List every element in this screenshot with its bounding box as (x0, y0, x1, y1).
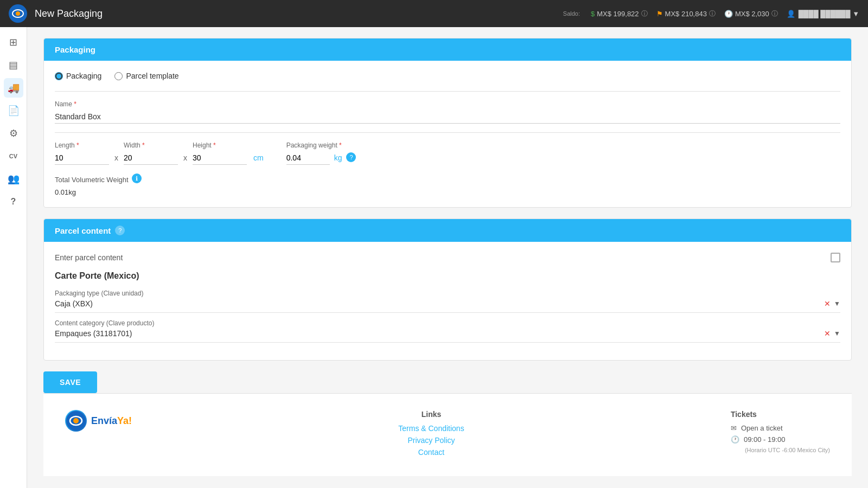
width-label: Width (124, 142, 178, 149)
footer-links-title: Links (164, 410, 698, 419)
balance-info-2: ⓘ (709, 9, 716, 18)
page-title: New Packaging (35, 8, 563, 20)
footer-terms-link[interactable]: Terms & Conditions (164, 424, 698, 433)
balance-item-3: 🕐 MX$ 2,030 ⓘ (724, 9, 778, 18)
dim-sep-1: x (109, 153, 124, 165)
footer-links-section: Links Terms & Conditions Privacy Policy … (164, 410, 698, 460)
sidebar-item-home[interactable]: ⊞ (4, 33, 23, 52)
radio-packaging-text: Packaging (66, 72, 101, 80)
footer-tickets-title: Tickets (731, 410, 830, 419)
height-label: Height (193, 142, 247, 149)
pkg-type-clear-icon[interactable]: ✕ (824, 299, 831, 308)
parcel-panel-body: Enter parcel content Carte Porte (Mexico… (44, 242, 851, 360)
app-container: New Packaging Saldo: $ MX$ 199,822 ⓘ ⚑ M… (0, 0, 868, 488)
weight-row: kg ? (286, 151, 356, 165)
parcel-panel: Parcel content ? Enter parcel content Ca… (43, 219, 852, 361)
parcel-panel-title: Parcel content (55, 226, 111, 235)
balance-info-1: ⓘ (641, 9, 648, 18)
packaging-panel-body: Packaging Parcel template Name (44, 61, 851, 207)
length-field: Length (55, 142, 109, 165)
packaging-type-field: Packaging type (Clave unidad) Caja (XBX)… (55, 290, 840, 313)
content-cat-controls: ✕ ▼ (824, 329, 840, 338)
svg-point-5 (73, 418, 79, 423)
weight-input[interactable] (286, 151, 330, 165)
footer: EnvíaYa! Links Terms & Conditions Privac… (43, 393, 852, 476)
user-menu[interactable]: 👤 ████ ██████ ▼ (787, 10, 859, 18)
packaging-panel-title: Packaging (55, 45, 95, 54)
footer-brand-ya: Ya! (117, 415, 132, 426)
balance-icon-3: 🕐 (724, 10, 733, 18)
sidebar-item-team[interactable]: 👥 (4, 169, 23, 189)
balance-info-3: ⓘ (771, 9, 778, 18)
user-avatar-icon: 👤 (787, 10, 795, 18)
packaging-panel-header: Packaging (44, 38, 851, 61)
main-layout: ⊞ ▤ 🚚 📄 ⚙ CV 👥 ? Packaging (0, 27, 868, 488)
sidebar-item-settings[interactable]: ⚙ (4, 124, 23, 143)
height-input[interactable] (193, 151, 247, 165)
dim-sep-2: x (178, 153, 193, 165)
balance-label: Saldo: (563, 10, 580, 17)
volumetric-value: 0.01kg (55, 188, 840, 196)
enter-parcel-label: Enter parcel content (55, 253, 123, 262)
radio-packaging-label[interactable]: Packaging (55, 72, 101, 80)
content-cat-clear-icon[interactable]: ✕ (824, 329, 831, 338)
balance-value-1: MX$ 199,822 (597, 10, 639, 18)
balance-icon-2: ⚑ (656, 10, 663, 18)
divider-1 (55, 91, 840, 92)
name-input[interactable] (55, 110, 840, 124)
volumetric-row: Total Volumetric Weight ℹ (55, 174, 840, 186)
parcel-help-icon[interactable]: ? (115, 226, 125, 235)
content-cat-value: Empaques (31181701) (55, 329, 132, 338)
length-input[interactable] (55, 151, 109, 165)
name-label: Name (55, 100, 840, 108)
length-label: Length (55, 142, 109, 149)
footer-hours: 🕐 09:00 - 19:00 (731, 435, 830, 444)
footer-contact-link[interactable]: Contact (164, 448, 698, 457)
enter-parcel-checkbox[interactable] (831, 253, 840, 262)
footer-timezone: (Horario UTC -6:00 Mexico City) (745, 447, 830, 453)
divider-2 (55, 132, 840, 133)
volumetric-help-icon[interactable]: ℹ (132, 174, 142, 183)
balance-item-1: $ MX$ 199,822 ⓘ (591, 9, 648, 18)
pkg-type-label: Packaging type (Clave unidad) (55, 290, 840, 297)
pkg-type-row: Caja (XBX) ✕ ▼ (55, 299, 840, 313)
sidebar-item-docs[interactable]: 📄 (4, 101, 23, 120)
weight-label: Packaging weight (286, 142, 356, 149)
content-area: Packaging Packaging Parcel template (27, 27, 868, 488)
pkg-type-chevron-icon[interactable]: ▼ (834, 300, 840, 307)
weight-help-icon[interactable]: ? (346, 152, 356, 162)
packaging-type-group: Packaging Parcel template (55, 72, 840, 80)
save-button[interactable]: SAVE (43, 371, 97, 393)
sidebar-item-cv[interactable]: CV (4, 146, 23, 166)
weight-field: Packaging weight kg ? (286, 142, 356, 165)
header: New Packaging Saldo: $ MX$ 199,822 ⓘ ⚑ M… (0, 0, 868, 27)
content-cat-row: Empaques (31181701) ✕ ▼ (55, 329, 840, 343)
carte-porte-title: Carte Porte (Mexico) (55, 271, 840, 281)
open-ticket-label[interactable]: Open a ticket (741, 424, 783, 432)
width-field: Width (124, 142, 178, 165)
footer-tickets-section: Tickets ✉ Open a ticket 🕐 09:00 - 19:00 … (731, 410, 830, 453)
balance-value-3: MX$ 2,030 (735, 10, 769, 18)
parcel-panel-header: Parcel content ? (44, 219, 851, 242)
sidebar: ⊞ ▤ 🚚 📄 ⚙ CV 👥 ? (0, 27, 27, 488)
footer-logo-icon (65, 410, 87, 432)
sidebar-item-help[interactable]: ? (4, 192, 23, 211)
volumetric-label: Total Volumetric Weight (55, 176, 129, 184)
radio-packaging[interactable] (55, 72, 63, 80)
radio-parcel[interactable] (114, 72, 123, 80)
header-right: Saldo: $ MX$ 199,822 ⓘ ⚑ MX$ 210,843 ⓘ 🕐… (563, 9, 859, 18)
footer-privacy-link[interactable]: Privacy Policy (164, 436, 698, 445)
sidebar-item-packaging[interactable]: 🚚 (4, 78, 23, 98)
content-cat-field: Content category (Clave producto) Empaqu… (55, 319, 840, 343)
unit-label[interactable]: cm (247, 153, 270, 165)
clock-icon: 🕐 (731, 435, 739, 444)
content-cat-chevron-icon[interactable]: ▼ (834, 330, 840, 337)
enter-parcel-row: Enter parcel content (55, 253, 840, 262)
sidebar-item-orders[interactable]: ▤ (4, 55, 23, 75)
pkg-type-value: Caja (XBX) (55, 299, 93, 308)
user-name: ████ ██████ ▼ (799, 10, 859, 18)
radio-parcel-label[interactable]: Parcel template (114, 72, 178, 80)
width-input[interactable] (124, 151, 178, 165)
weight-unit-label[interactable]: kg (334, 153, 342, 165)
dimensions-row: Length x Width x Height cm (55, 142, 840, 165)
